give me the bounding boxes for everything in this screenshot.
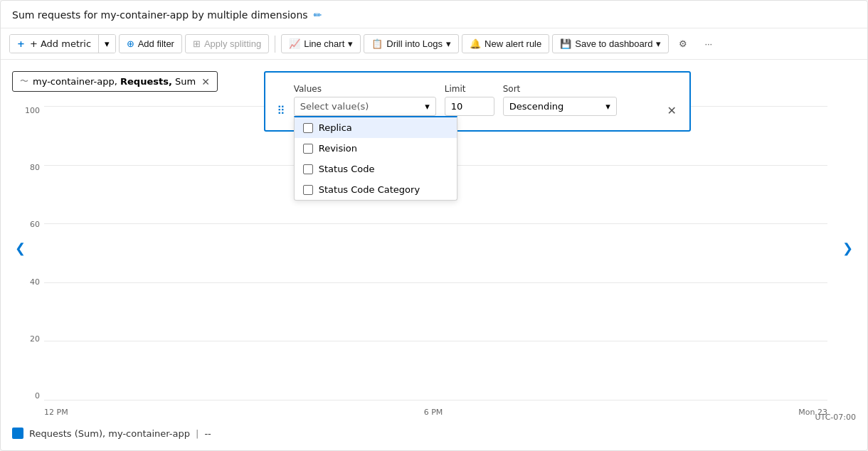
- legend-label: Requests (Sum), my-container-app: [29, 428, 190, 439]
- values-field-group: Values Select value(s) ▾: [294, 84, 436, 116]
- grid-line-40: [44, 282, 827, 283]
- x-label-6pm: 6 PM: [424, 408, 443, 417]
- y-label-80: 80: [30, 163, 40, 172]
- grid-line-60: [44, 223, 827, 224]
- chart-nav-right[interactable]: ❯: [840, 238, 856, 259]
- drag-icon: ⠿: [277, 104, 285, 117]
- apply-splitting-label: Apply splitting: [204, 38, 261, 49]
- limit-value: 10: [451, 101, 463, 112]
- metric-wave-icon: 〜: [20, 75, 28, 87]
- y-label-20: 20: [30, 334, 40, 344]
- sort-chevron: ▾: [605, 101, 610, 112]
- x-axis: 12 PM 6 PM Mon 23: [44, 402, 827, 422]
- line-chart-icon: 📈: [289, 38, 300, 49]
- close-panel-button[interactable]: ✕: [666, 102, 678, 119]
- checkbox-status-code[interactable]: [303, 164, 313, 174]
- limit-field-group: Limit 10: [445, 84, 494, 116]
- line-chart-button[interactable]: 📈 Line chart ▾: [281, 34, 361, 53]
- dropdown-item-label-status-code: Status Code: [319, 164, 375, 174]
- chart-legend: Requests (Sum), my-container-app | --: [12, 428, 856, 439]
- add-metric-group: + + Add metric ▾: [9, 34, 116, 53]
- y-label-0: 0: [35, 391, 40, 400]
- checkbox-replica[interactable]: [303, 123, 313, 133]
- line-chart-label: Line chart: [304, 38, 344, 49]
- toolbar-divider-1: [275, 36, 275, 53]
- values-select[interactable]: Select value(s) ▾: [294, 97, 436, 116]
- apply-splitting-button[interactable]: ⊞ Apply splitting: [185, 34, 269, 53]
- grid-line-0: [44, 400, 827, 400]
- grid-line-20: [44, 341, 827, 341]
- dropdown-item-revision[interactable]: Revision: [295, 138, 457, 159]
- more-icon: ···: [704, 38, 712, 49]
- add-metric-chevron[interactable]: ▾: [99, 35, 115, 53]
- new-alert-button[interactable]: 🔔 New alert rule: [462, 34, 549, 53]
- plus-icon: +: [17, 38, 25, 49]
- right-arrow-icon: ❯: [842, 241, 853, 255]
- chevron-down-icon: ▾: [105, 38, 110, 49]
- save-dashboard-button[interactable]: 💾 Save to dashboard ▾: [552, 34, 669, 53]
- dropdown-item-label-replica: Replica: [319, 122, 352, 133]
- add-metric-label: + Add metric: [28, 38, 91, 49]
- page-title: Sum requests for my-container-app by mul…: [12, 9, 308, 21]
- filter-icon: ⊕: [127, 38, 134, 49]
- sort-select[interactable]: Descending ▾: [503, 97, 617, 116]
- add-filter-label: Add filter: [138, 38, 174, 49]
- checkbox-revision[interactable]: [303, 144, 313, 154]
- title-bar: Sum requests for my-container-app by mul…: [1, 1, 867, 28]
- main-content: 〜 my-container-app, Requests, Sum ✕ ⠿ Va…: [1, 60, 867, 450]
- values-dropdown: Replica Revision Status Code: [294, 116, 457, 201]
- legend-color-swatch: [12, 428, 23, 439]
- dropdown-item-label-status-code-category: Status Code Category: [319, 184, 420, 195]
- y-label-100: 100: [25, 106, 40, 115]
- limit-input[interactable]: 10: [445, 97, 494, 116]
- values-chevron: ▾: [425, 101, 430, 112]
- drill-logs-button[interactable]: 📋 Drill into Logs ▾: [364, 34, 459, 53]
- app-container: Sum requests for my-container-app by mul…: [0, 0, 868, 451]
- limit-label: Limit: [445, 84, 494, 94]
- values-placeholder: Select value(s): [300, 101, 420, 112]
- values-label: Values: [294, 84, 436, 94]
- settings-button[interactable]: ⚙: [672, 35, 694, 53]
- gear-icon: ⚙: [679, 38, 687, 49]
- metric-pill-label: my-container-app, Requests, Sum: [33, 76, 196, 87]
- y-axis: 100 80 60 40 20 0: [12, 106, 44, 400]
- dropdown-item-label-revision: Revision: [319, 143, 357, 154]
- dropdown-item-replica[interactable]: Replica: [295, 117, 457, 138]
- save-chevron: ▾: [656, 38, 661, 49]
- legend-separator: |: [196, 428, 199, 439]
- line-chart-chevron: ▾: [348, 38, 353, 49]
- drill-logs-label: Drill into Logs: [386, 38, 443, 49]
- metric-pill-close[interactable]: ✕: [201, 76, 210, 87]
- x-label-12pm: 12 PM: [44, 408, 68, 417]
- y-label-60: 60: [30, 220, 40, 229]
- more-button[interactable]: ···: [697, 35, 719, 53]
- drill-icon: 📋: [371, 38, 383, 49]
- legend-value: --: [204, 428, 211, 439]
- new-alert-label: New alert rule: [485, 38, 541, 49]
- y-label-40: 40: [30, 277, 40, 287]
- dropdown-item-status-code-category[interactable]: Status Code Category: [295, 179, 457, 200]
- add-filter-button[interactable]: ⊕ Add filter: [119, 34, 182, 53]
- sort-label: Sort: [503, 84, 617, 94]
- save-dashboard-label: Save to dashboard: [575, 38, 652, 49]
- metric-pill: 〜 my-container-app, Requests, Sum ✕: [12, 71, 218, 92]
- save-icon: 💾: [560, 38, 571, 49]
- edit-icon[interactable]: ✏: [314, 9, 322, 21]
- alert-icon: 🔔: [470, 38, 481, 49]
- sort-value: Descending: [509, 101, 601, 112]
- sort-field-group: Sort Descending ▾: [503, 84, 617, 116]
- split-fields: Values Select value(s) ▾: [294, 84, 657, 116]
- dropdown-item-status-code[interactable]: Status Code: [295, 159, 457, 179]
- add-metric-button[interactable]: + + Add metric: [10, 35, 99, 53]
- utc-label: UTC-07:00: [815, 413, 856, 422]
- split-icon: ⊞: [193, 38, 201, 49]
- drill-logs-chevron: ▾: [446, 38, 451, 49]
- splitting-panel: ⠿ Values Select value(s) ▾: [264, 71, 691, 132]
- checkbox-status-code-category[interactable]: [303, 185, 313, 195]
- toolbar: + + Add metric ▾ ⊕ Add filter ⊞ Apply sp…: [1, 28, 867, 60]
